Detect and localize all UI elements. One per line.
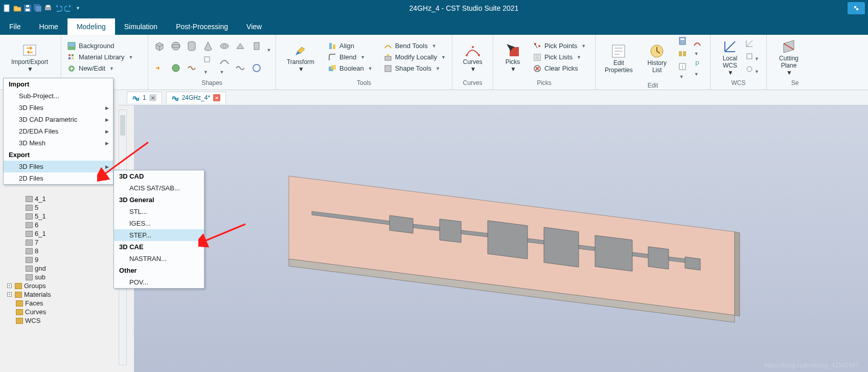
open-file-icon[interactable] xyxy=(13,4,21,12)
tree-item[interactable]: Curves xyxy=(5,308,118,316)
pick-lists-button[interactable]: Pick Lists▼ xyxy=(531,52,588,63)
parametric-icon[interactable]: P▼ xyxy=(693,60,706,77)
tool-bend-icon[interactable] xyxy=(154,62,165,74)
menu-item-sub-project[interactable]: Sub-Project... xyxy=(4,90,113,102)
new-edit-button[interactable]: New/Edit▼ xyxy=(65,63,144,74)
shape-rotate-icon[interactable] xyxy=(251,40,262,52)
import-export-icon xyxy=(21,42,38,58)
tree-item[interactable]: 8 xyxy=(5,247,118,255)
transform-button[interactable]: Transform▼ xyxy=(280,42,321,73)
menu-item-iges[interactable]: IGES... xyxy=(114,217,204,229)
watermark-text: https://blog.csdn.net/qq_41542947 xyxy=(765,362,859,369)
tab-view[interactable]: View xyxy=(237,18,271,35)
shape-sphere-icon[interactable] xyxy=(170,40,181,52)
ribbon-tab-bar: File Home Modeling Simulation Post-Proce… xyxy=(0,16,868,35)
tab-modeling[interactable]: Modeling xyxy=(67,18,115,35)
modify-locally-button[interactable]: Modify Locally▼ xyxy=(382,52,448,63)
blend-button[interactable]: Blend▼ xyxy=(326,52,375,63)
edit-properties-button[interactable]: Edit Properties xyxy=(600,43,638,74)
menu-item-export-2d-files[interactable]: 2D Files▶ xyxy=(4,172,113,184)
cutting-plane-button[interactable]: Cutting Plane▼ xyxy=(771,38,807,76)
menu-item-2d-eda-files[interactable]: 2D/EDA Files▶ xyxy=(4,125,113,137)
tab-simulation[interactable]: Simulation xyxy=(115,18,167,35)
clear-picks-button[interactable]: Clear Picks xyxy=(531,63,588,74)
transform-icon xyxy=(292,42,309,58)
shape-torus-icon[interactable] xyxy=(219,40,230,52)
align-button[interactable]: Align xyxy=(326,40,375,52)
close-icon[interactable]: ✕ xyxy=(213,94,220,101)
curves-button[interactable]: Curves▼ xyxy=(456,42,489,73)
menu-item-nastran[interactable]: NASTRAN... xyxy=(114,253,204,265)
doc-tab-1[interactable]: 1 ✕ xyxy=(127,92,162,103)
picks-button[interactable]: Picks▼ xyxy=(497,42,528,73)
tab-home[interactable]: Home xyxy=(30,18,67,35)
expand-icon[interactable]: + xyxy=(7,283,12,288)
tool-circle-icon[interactable] xyxy=(251,62,262,74)
boolean-button[interactable]: Boolean▼ xyxy=(326,63,375,74)
menu-item-stl[interactable]: STL... xyxy=(114,206,204,217)
bend-tools-button[interactable]: Bend Tools▼ xyxy=(382,40,448,52)
curve-tool-icon[interactable]: ▼ xyxy=(693,39,706,57)
tool-pick-icon[interactable] xyxy=(170,62,181,74)
print-icon[interactable] xyxy=(44,4,52,12)
app-badge-icon[interactable] xyxy=(848,2,865,14)
tool-wire2-icon[interactable] xyxy=(235,62,246,74)
history-list-button[interactable]: History List xyxy=(638,43,676,74)
tool-spline-icon[interactable]: ▼ xyxy=(219,55,230,66)
doc-tab-2[interactable]: 24GHz_4* ✕ xyxy=(166,92,226,103)
shape-extrude-icon[interactable] xyxy=(235,40,246,52)
tree-item[interactable]: Faces xyxy=(5,299,118,308)
curves-icon xyxy=(465,42,481,58)
navigation-tree[interactable]: 4_1 5 5_1 6 6_1 7 8 9 gnd sub +Groups +M… xyxy=(5,194,118,325)
shape-cone-icon[interactable] xyxy=(202,40,214,52)
qat-dropdown-icon[interactable]: ▼ xyxy=(76,6,80,11)
tree-item[interactable]: +Groups xyxy=(5,281,118,290)
new-file-icon[interactable] xyxy=(3,4,11,12)
info-icon[interactable]: i▼ xyxy=(678,62,691,80)
menu-item-3d-mesh[interactable]: 3D Mesh▶ xyxy=(4,137,113,149)
svg-point-33 xyxy=(472,46,474,48)
save-all-icon[interactable] xyxy=(34,4,42,12)
expand-icon[interactable]: + xyxy=(7,292,12,297)
background-button[interactable]: Background xyxy=(65,40,144,52)
menu-item-step[interactable]: STEP... xyxy=(114,229,204,241)
save-icon[interactable] xyxy=(24,4,32,12)
tree-item[interactable]: WCS xyxy=(5,316,118,325)
shape-tools-button[interactable]: Shape Tools▼ xyxy=(382,63,448,74)
tree-item[interactable]: 5 xyxy=(5,203,118,212)
calculator-icon[interactable] xyxy=(678,37,691,47)
tab-file[interactable]: File xyxy=(0,18,30,35)
tool-dropdown1-icon[interactable]: ▼ xyxy=(202,55,214,66)
menu-item-pov[interactable]: POV... xyxy=(114,276,204,288)
material-library-button[interactable]: Material Library▼ xyxy=(65,52,144,63)
tree-item[interactable]: 6_1 xyxy=(5,229,118,238)
tree-item[interactable]: 5_1 xyxy=(5,212,118,221)
menu-item-3d-files[interactable]: 3D Files▶ xyxy=(4,102,113,114)
tree-item[interactable]: 4_1 xyxy=(5,194,118,203)
menu-item-3d-cad-parametric[interactable]: 3D CAD Parametric▶ xyxy=(4,114,113,125)
tab-post-processing[interactable]: Post-Processing xyxy=(167,18,237,35)
chevron-down-icon[interactable]: ▼ xyxy=(266,48,271,53)
import-export-button[interactable]: Import/Export▼ xyxy=(4,42,55,73)
wcs-fix-icon[interactable]: ▼ xyxy=(745,65,759,75)
tree-item[interactable]: 9 xyxy=(5,255,118,264)
shape-brick-icon[interactable] xyxy=(154,40,165,52)
tree-item[interactable]: sub xyxy=(5,273,118,281)
svg-rect-10 xyxy=(68,47,75,50)
shape-cylinder-icon[interactable] xyxy=(186,40,197,52)
local-wcs-button[interactable]: Local WCS▼ xyxy=(715,38,745,76)
tree-item[interactable]: 6 xyxy=(5,221,118,229)
close-icon[interactable]: ✕ xyxy=(149,94,156,101)
parameters-icon[interactable] xyxy=(678,50,691,59)
wcs-align-icon[interactable] xyxy=(745,39,759,49)
tree-item[interactable]: gnd xyxy=(5,264,118,273)
tree-item[interactable]: +Materials xyxy=(5,290,118,299)
tree-item[interactable]: 7 xyxy=(5,238,118,247)
undo-icon[interactable] xyxy=(54,4,62,12)
redo-icon[interactable] xyxy=(64,4,73,12)
pick-points-button[interactable]: Pick Points▼ xyxy=(531,40,588,52)
tool-wire-icon[interactable] xyxy=(186,62,197,74)
svg-rect-48 xyxy=(747,54,752,59)
wcs-transform-icon[interactable]: ▼ xyxy=(745,52,759,62)
menu-item-export-3d-files[interactable]: 3D Files▶ xyxy=(4,161,113,172)
